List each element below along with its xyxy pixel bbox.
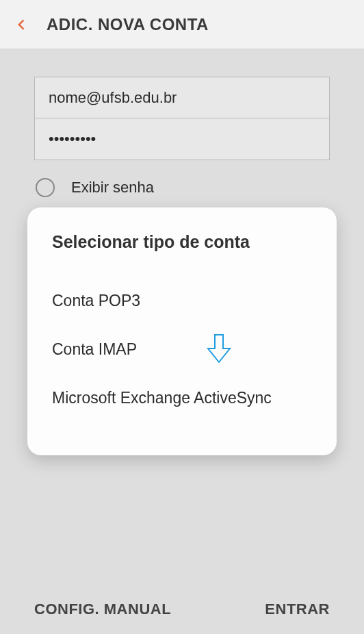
show-password-row[interactable]: Exibir senha xyxy=(34,178,330,197)
option-pop3[interactable]: Conta POP3 xyxy=(52,277,312,325)
dialog-title: Selecionar tipo de conta xyxy=(52,232,312,252)
enter-button[interactable]: ENTRAR xyxy=(265,600,330,618)
form-area: Exibir senha xyxy=(0,49,364,197)
input-group xyxy=(34,77,330,160)
back-icon[interactable] xyxy=(14,16,30,33)
show-password-label: Exibir senha xyxy=(71,179,154,196)
radio-icon[interactable] xyxy=(36,178,55,197)
password-field[interactable] xyxy=(35,118,329,160)
email-field[interactable] xyxy=(35,77,329,118)
account-type-dialog: Selecionar tipo de conta Conta POP3 Cont… xyxy=(27,207,337,455)
app-header: ADIC. NOVA CONTA xyxy=(0,0,364,49)
bottom-bar: CONFIG. MANUAL ENTRAR xyxy=(0,585,364,634)
arrow-down-icon xyxy=(205,332,233,365)
option-imap[interactable]: Conta IMAP xyxy=(52,325,312,374)
option-exchange[interactable]: Microsoft Exchange ActiveSync xyxy=(52,374,312,422)
manual-config-button[interactable]: CONFIG. MANUAL xyxy=(34,600,171,618)
page-title: ADIC. NOVA CONTA xyxy=(47,15,209,34)
